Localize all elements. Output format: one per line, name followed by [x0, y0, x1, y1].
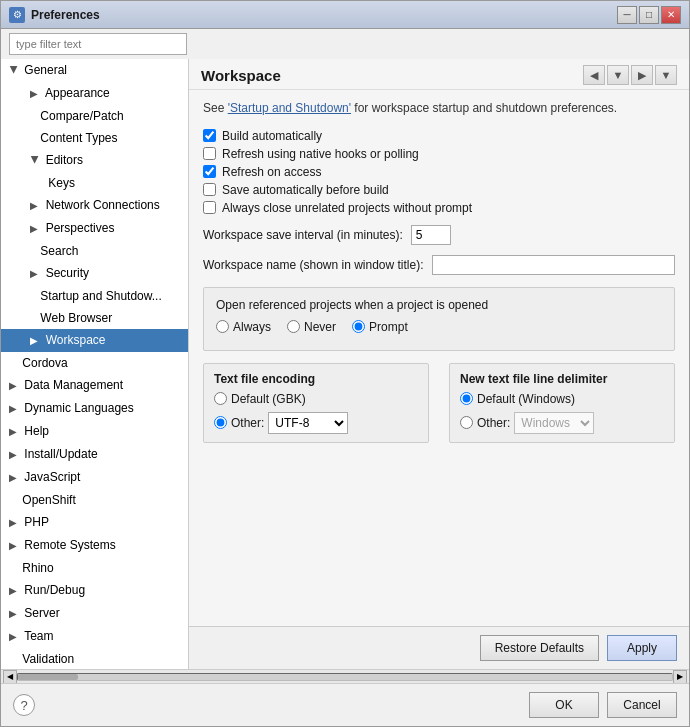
scrollbar-thumb — [18, 674, 78, 680]
sidebar-item-php[interactable]: ▶ PHP — [1, 511, 188, 534]
label-save-auto[interactable]: Save automatically before build — [222, 183, 389, 197]
sidebar-item-search[interactable]: Search — [1, 240, 188, 262]
label-build-auto[interactable]: Build automatically — [222, 129, 322, 143]
apply-button[interactable]: Apply — [607, 635, 677, 661]
sidebar-item-javascript[interactable]: ▶ JavaScript — [1, 466, 188, 489]
sidebar-label-data-management: Data Management — [24, 378, 123, 392]
label-refresh-access[interactable]: Refresh on access — [222, 165, 321, 179]
sidebar-label-compare-patch: Compare/Patch — [40, 109, 123, 123]
sidebar-item-remote-systems[interactable]: ▶ Remote Systems — [1, 534, 188, 557]
sidebar-item-appearance[interactable]: ▶ Appearance — [1, 82, 188, 105]
sidebar-item-security[interactable]: ▶ Security — [1, 262, 188, 285]
content-panel: Workspace ◀ ▼ ▶ ▼ See 'Startup and Shutd… — [189, 59, 689, 669]
radio-never-input[interactable] — [287, 320, 300, 333]
sidebar-item-content-types[interactable]: Content Types — [1, 127, 188, 149]
encoding-select[interactable]: UTF-8 UTF-16 ISO-8859-1 US-ASCII — [268, 412, 348, 434]
checkbox-row-save-auto: Save automatically before build — [203, 183, 675, 197]
sidebar-item-openshift[interactable]: OpenShift — [1, 489, 188, 511]
save-interval-input[interactable] — [411, 225, 451, 245]
radio-delimiter-other-input[interactable] — [460, 416, 473, 429]
workspace-name-input[interactable] — [432, 255, 675, 275]
sidebar-item-workspace[interactable]: ▶ Workspace — [1, 329, 188, 352]
radio-encoding-default-label[interactable]: Default (GBK) — [231, 392, 306, 406]
radio-encoding-other-input[interactable] — [214, 416, 227, 429]
checkbox-save-auto[interactable] — [203, 183, 216, 196]
help-button[interactable]: ? — [13, 694, 35, 716]
sidebar-item-general[interactable]: ▶ General — [1, 59, 188, 82]
checkbox-close-unrelated[interactable] — [203, 201, 216, 214]
sidebar-item-validation[interactable]: Validation — [1, 648, 188, 669]
window-title: Preferences — [31, 8, 617, 22]
radio-always-label[interactable]: Always — [233, 320, 271, 334]
content-body: See 'Startup and Shutdown' for workspace… — [189, 90, 689, 626]
radio-prompt: Prompt — [352, 320, 408, 334]
sidebar-item-data-management[interactable]: ▶ Data Management — [1, 374, 188, 397]
title-bar: ⚙ Preferences ─ □ ✕ — [1, 1, 689, 29]
checkbox-build-auto[interactable] — [203, 129, 216, 142]
sidebar-label-install-update: Install/Update — [24, 447, 97, 461]
sidebar-item-server[interactable]: ▶ Server — [1, 602, 188, 625]
sidebar-label-content-types: Content Types — [40, 131, 117, 145]
sidebar-label-workspace: Workspace — [46, 333, 106, 347]
label-close-unrelated[interactable]: Always close unrelated projects without … — [222, 201, 472, 215]
close-button[interactable]: ✕ — [661, 6, 681, 24]
radio-always-input[interactable] — [216, 320, 229, 333]
expand-arrow-javascript: ▶ — [9, 469, 19, 487]
expand-arrow-run-debug: ▶ — [9, 582, 19, 600]
sidebar-item-compare-patch[interactable]: Compare/Patch — [1, 105, 188, 127]
page-title: Workspace — [201, 67, 281, 84]
sidebar-item-dynamic-languages[interactable]: ▶ Dynamic Languages — [1, 397, 188, 420]
sidebar-label-dynamic-languages: Dynamic Languages — [24, 401, 133, 415]
save-interval-row: Workspace save interval (in minutes): — [203, 225, 675, 245]
sidebar-label-cordova: Cordova — [22, 356, 67, 370]
forward-button[interactable]: ▶ — [631, 65, 653, 85]
ok-button[interactable]: OK — [529, 692, 599, 718]
scrollbar-track[interactable] — [17, 673, 673, 681]
expand-arrow-appearance: ▶ — [30, 85, 40, 103]
sidebar-item-startup-shutdown[interactable]: Startup and Shutdow... — [1, 285, 188, 307]
sidebar-item-editors[interactable]: ▶ Editors — [1, 149, 188, 172]
label-refresh-native[interactable]: Refresh using native hooks or polling — [222, 147, 419, 161]
sidebar-item-team[interactable]: ▶ Team — [1, 625, 188, 648]
sidebar-item-network-connections[interactable]: ▶ Network Connections — [1, 194, 188, 217]
checkbox-refresh-access[interactable] — [203, 165, 216, 178]
sidebar-label-team: Team — [24, 629, 53, 643]
restore-defaults-button[interactable]: Restore Defaults — [480, 635, 599, 661]
radio-delimiter-default-input[interactable] — [460, 392, 473, 405]
sidebar-item-rhino[interactable]: Rhino — [1, 557, 188, 579]
radio-encoding-other: Other: — [214, 416, 264, 430]
sidebar-item-perspectives[interactable]: ▶ Perspectives — [1, 217, 188, 240]
startup-shutdown-link[interactable]: 'Startup and Shutdown' — [228, 101, 351, 115]
radio-delimiter-other-label[interactable]: Other: — [477, 416, 510, 430]
radio-encoding-default-input[interactable] — [214, 392, 227, 405]
dropdown-nav-button[interactable]: ▼ — [607, 65, 629, 85]
sidebar-item-cordova[interactable]: Cordova — [1, 352, 188, 374]
sidebar-label-web-browser: Web Browser — [40, 311, 112, 325]
open-projects-title: Open referenced projects when a project … — [216, 298, 662, 312]
sidebar-item-keys[interactable]: Keys — [1, 172, 188, 194]
radio-encoding-other-label[interactable]: Other: — [231, 416, 264, 430]
sidebar-label-remote-systems: Remote Systems — [24, 538, 115, 552]
scroll-right-button[interactable]: ▶ — [673, 670, 687, 684]
scroll-left-button[interactable]: ◀ — [3, 670, 17, 684]
radio-delimiter-default-label[interactable]: Default (Windows) — [477, 392, 575, 406]
footer-buttons: OK Cancel — [529, 692, 677, 718]
cancel-button[interactable]: Cancel — [607, 692, 677, 718]
minimize-button[interactable]: ─ — [617, 6, 637, 24]
delimiter-select[interactable]: Windows Unix Mac — [514, 412, 594, 434]
sidebar-item-web-browser[interactable]: Web Browser — [1, 307, 188, 329]
sidebar-label-run-debug: Run/Debug — [24, 583, 85, 597]
radio-prompt-label[interactable]: Prompt — [369, 320, 408, 334]
radio-never-label[interactable]: Never — [304, 320, 336, 334]
radio-prompt-input[interactable] — [352, 320, 365, 333]
filter-input[interactable] — [9, 33, 187, 55]
menu-button[interactable]: ▼ — [655, 65, 677, 85]
sidebar-item-help[interactable]: ▶ Help — [1, 420, 188, 443]
open-projects-section: Open referenced projects when a project … — [203, 287, 675, 351]
sidebar-item-run-debug[interactable]: ▶ Run/Debug — [1, 579, 188, 602]
sidebar-item-install-update[interactable]: ▶ Install/Update — [1, 443, 188, 466]
maximize-button[interactable]: □ — [639, 6, 659, 24]
back-button[interactable]: ◀ — [583, 65, 605, 85]
encoding-delimiter-row: Text file encoding Default (GBK) Other: — [203, 363, 675, 443]
checkbox-refresh-native[interactable] — [203, 147, 216, 160]
